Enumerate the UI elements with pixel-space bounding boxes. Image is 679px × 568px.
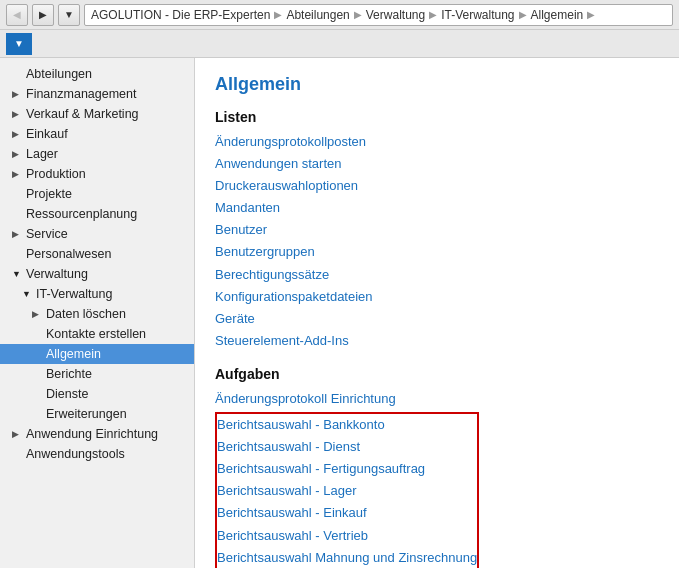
sidebar-item-einkauf[interactable]: ▶Einkauf (0, 124, 194, 144)
sidebar-label-kontakte-erstellen: Kontakte erstellen (46, 327, 146, 341)
sidebar-label-produktion: Produktion (26, 167, 86, 181)
sidebar-item-anwendung-einrichtung[interactable]: ▶Anwendung Einrichtung (0, 424, 194, 444)
sidebar-item-berichte[interactable]: Berichte (0, 364, 194, 384)
second-bar-dropdown-icon: ▼ (14, 38, 24, 49)
sidebar-item-abteilungen[interactable]: Abteilungen (0, 64, 194, 84)
highlighted-berichtsauswahl-group: Berichtsauswahl - BankkontoBerichtsauswa… (215, 412, 479, 568)
sidebar-label-berichte: Berichte (46, 367, 92, 381)
list-item[interactable]: Berechtigungssätze (215, 264, 659, 286)
sidebar-label-projekte: Projekte (26, 187, 72, 201)
highlighted-item[interactable]: Berichtsauswahl - Vertrieb (217, 525, 477, 547)
sidebar-label-einkauf: Einkauf (26, 127, 68, 141)
sidebar-item-personalwesen[interactable]: Personalwesen (0, 244, 194, 264)
list-item[interactable]: Benutzergruppen (215, 241, 659, 263)
sidebar-item-kontakte-erstellen[interactable]: Kontakte erstellen (0, 324, 194, 344)
tree-arrow-verwaltung: ▼ (12, 269, 22, 279)
content-area: Allgemein Listen Änderungsprotokollposte… (195, 58, 679, 568)
breadcrumb-1[interactable]: Abteilungen (286, 8, 349, 22)
breadcrumb-sep-1: ▶ (274, 9, 282, 20)
sidebar-item-dienste[interactable]: Dienste (0, 384, 194, 404)
sidebar-label-anwendung-einrichtung: Anwendung Einrichtung (26, 427, 158, 441)
sidebar-item-verkauf[interactable]: ▶Verkauf & Marketing (0, 104, 194, 124)
breadcrumb-4[interactable]: Allgemein (531, 8, 584, 22)
tree-arrow-it-verwaltung: ▼ (22, 289, 32, 299)
sidebar-label-verwaltung: Verwaltung (26, 267, 88, 281)
sidebar-label-it-verwaltung: IT-Verwaltung (36, 287, 112, 301)
tree-arrow-finanzmanagement: ▶ (12, 89, 22, 99)
sidebar-item-allgemein[interactable]: Allgemein (0, 344, 194, 364)
sidebar-label-finanzmanagement: Finanzmanagement (26, 87, 136, 101)
more-nav-button[interactable]: ▼ (58, 4, 80, 26)
sidebar-label-lager: Lager (26, 147, 58, 161)
more-nav-icon: ▼ (64, 9, 74, 20)
breadcrumb-sep-2: ▶ (354, 9, 362, 20)
sidebar-item-it-verwaltung[interactable]: ▼IT-Verwaltung (0, 284, 194, 304)
highlighted-item[interactable]: Berichtsauswahl - Lager (217, 480, 477, 502)
highlighted-item[interactable]: Berichtsauswahl - Dienst (217, 436, 477, 458)
breadcrumb-sep-5: ▶ (587, 9, 595, 20)
breadcrumb-bar: AGOLUTION - Die ERP-Experten ▶ Abteilung… (84, 4, 673, 26)
sidebar-item-anwendungstools[interactable]: Anwendungstools (0, 444, 194, 464)
sidebar-label-dienste: Dienste (46, 387, 88, 401)
list-item[interactable]: Änderungsprotokollposten (215, 131, 659, 153)
breadcrumb-root[interactable]: AGOLUTION - Die ERP-Experten (91, 8, 270, 22)
sidebar-item-service[interactable]: ▶Service (0, 224, 194, 244)
aufgaben-item[interactable]: Änderungsprotokoll Einrichtung (215, 388, 659, 410)
sidebar-item-produktion[interactable]: ▶Produktion (0, 164, 194, 184)
sidebar-item-ressourcenplanung[interactable]: Ressourcenplanung (0, 204, 194, 224)
sidebar-label-ressourcenplanung: Ressourcenplanung (26, 207, 137, 221)
highlighted-item[interactable]: Berichtsauswahl - Bankkonto (217, 414, 477, 436)
back-icon: ◀ (13, 9, 21, 20)
list-item[interactable]: Konfigurationspaketdateien (215, 286, 659, 308)
sidebar-label-personalwesen: Personalwesen (26, 247, 111, 261)
tree-arrow-produktion: ▶ (12, 169, 22, 179)
listen-header: Listen (215, 109, 659, 125)
sidebar-label-allgemein: Allgemein (46, 347, 101, 361)
main-layout: Abteilungen▶Finanzmanagement▶Verkauf & M… (0, 58, 679, 568)
breadcrumb-sep-3: ▶ (429, 9, 437, 20)
sidebar-item-daten-loeschen[interactable]: ▶Daten löschen (0, 304, 194, 324)
tree-arrow-service: ▶ (12, 229, 22, 239)
tree-arrow-anwendung-einrichtung: ▶ (12, 429, 22, 439)
breadcrumb-3[interactable]: IT-Verwaltung (441, 8, 514, 22)
list-item[interactable]: Druckerauswahloptionen (215, 175, 659, 197)
tree-arrow-verkauf: ▶ (12, 109, 22, 119)
highlighted-item[interactable]: Berichtsauswahl - Fertigungsauftrag (217, 458, 477, 480)
sidebar-label-service: Service (26, 227, 68, 241)
listen-list: ÄnderungsprotokollpostenAnwendungen star… (215, 131, 659, 352)
sidebar-item-erweiterungen[interactable]: Erweiterungen (0, 404, 194, 424)
sidebar-item-finanzmanagement[interactable]: ▶Finanzmanagement (0, 84, 194, 104)
forward-button[interactable]: ▶ (32, 4, 54, 26)
breadcrumb-2[interactable]: Verwaltung (366, 8, 425, 22)
second-bar-dropdown-button[interactable]: ▼ (6, 33, 32, 55)
sidebar-label-anwendungstools: Anwendungstools (26, 447, 125, 461)
list-item[interactable]: Geräte (215, 308, 659, 330)
highlighted-item[interactable]: Berichtsauswahl - Einkauf (217, 502, 477, 524)
aufgaben-list: Änderungsprotokoll EinrichtungBerichtsau… (215, 388, 659, 568)
sidebar-item-projekte[interactable]: Projekte (0, 184, 194, 204)
second-bar: ▼ (0, 30, 679, 58)
sidebar-label-daten-loeschen: Daten löschen (46, 307, 126, 321)
page-title: Allgemein (215, 74, 659, 95)
breadcrumb-sep-4: ▶ (519, 9, 527, 20)
sidebar-label-abteilungen: Abteilungen (26, 67, 92, 81)
list-item[interactable]: Steuerelement-Add-Ins (215, 330, 659, 352)
forward-icon: ▶ (39, 9, 47, 20)
sidebar-item-verwaltung[interactable]: ▼Verwaltung (0, 264, 194, 284)
highlighted-item[interactable]: Berichtsauswahl Mahnung und Zinsrechnung (217, 547, 477, 568)
sidebar-item-lager[interactable]: ▶Lager (0, 144, 194, 164)
back-button[interactable]: ◀ (6, 4, 28, 26)
tree-arrow-einkauf: ▶ (12, 129, 22, 139)
sidebar: Abteilungen▶Finanzmanagement▶Verkauf & M… (0, 58, 195, 568)
top-bar: ◀ ▶ ▼ AGOLUTION - Die ERP-Experten ▶ Abt… (0, 0, 679, 30)
list-item[interactable]: Mandanten (215, 197, 659, 219)
sidebar-label-verkauf: Verkauf & Marketing (26, 107, 139, 121)
aufgaben-header: Aufgaben (215, 366, 659, 382)
sidebar-label-erweiterungen: Erweiterungen (46, 407, 127, 421)
tree-arrow-daten-loeschen: ▶ (32, 309, 42, 319)
list-item[interactable]: Anwendungen starten (215, 153, 659, 175)
list-item[interactable]: Benutzer (215, 219, 659, 241)
tree-arrow-lager: ▶ (12, 149, 22, 159)
